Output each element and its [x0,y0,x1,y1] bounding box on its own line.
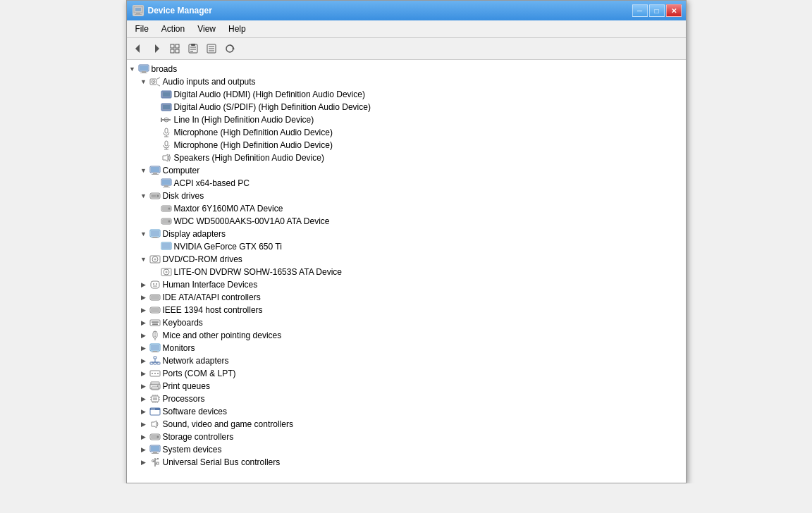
tree-item-storage[interactable]: ▶ Storage controllers [127,431,686,443]
tree-item-software[interactable]: ▶ Software devices [127,405,686,418]
expand-system-icon[interactable]: ▶ [138,444,149,455]
tree-item-processors[interactable]: ▶ Processors [127,393,686,405]
expand-mice-icon[interactable]: ▶ [138,330,149,341]
tree-item-ide[interactable]: ▶ IDE ATA/ATAPI controllers [127,291,686,304]
expand-ieee-icon[interactable]: ▶ [138,304,149,316]
expand-keyboards-icon[interactable]: ▶ [138,317,149,328]
expand-network-icon[interactable]: ▶ [138,355,149,366]
svg-rect-64 [153,237,157,237]
tree-item-network[interactable]: ▶ Network adapters [127,354,686,367]
expand-usb-icon[interactable]: ▶ [138,457,149,468]
svg-rect-83 [152,321,153,323]
svg-rect-23 [142,71,146,73]
tree-item-speakers[interactable]: Speakers (High Definition Audio Device) [127,152,686,164]
device-tree: ▼ broads ▼ [127,60,686,483]
svg-point-91 [154,335,156,337]
menu-action[interactable]: Action [156,22,190,36]
tree-item-usb[interactable]: ▶ Universal Serial Bus controllers [127,456,686,469]
tree-item-lite-on[interactable]: LITE-ON DVDRW SOHW-1653S ATA Device [127,266,686,278]
svg-point-58 [168,208,170,210]
svg-rect-8 [171,49,174,53]
tree-item-disk-drives[interactable]: ▼ Disk drives [127,190,686,202]
nvidia-label: NVIDIA GeForce GTX 650 Ti [174,242,282,252]
show-view-button[interactable] [166,40,183,57]
tree-item-monitors[interactable]: ▶ Monitors [127,342,686,354]
usb-label: Universal Serial Bus controllers [163,457,281,467]
svg-point-126 [152,409,154,410]
expand-software-icon[interactable]: ▶ [138,406,149,417]
svg-rect-134 [153,452,157,453]
svg-point-75 [153,283,154,285]
tree-item-maxtor[interactable]: Maxtor 6Y160M0 ATA Device [127,202,686,215]
minimize-button[interactable]: ─ [632,4,648,17]
device-manager-window: Device Manager ─ □ ✕ File Action View He… [126,0,687,483]
svg-marker-20 [232,47,235,49]
expand-print-icon[interactable]: ▶ [138,381,149,392]
tree-item-nvidia[interactable]: NVIDIA GeForce GTX 650 Ti [127,240,686,253]
forward-button[interactable] [148,40,165,57]
tree-item-sound[interactable]: ▶ Sound, video and game controllers [127,418,686,431]
svg-rect-94 [151,345,159,350]
tree-item-mic2[interactable]: Microphone (High Definition Audio Device… [127,139,686,152]
collapse-icon[interactable]: ▼ [127,63,138,75]
expand-ide-icon[interactable]: ▶ [138,292,149,303]
tree-item-line-in[interactable]: Line In (High Definition Audio Device) [127,113,686,126]
line-in-icon [161,114,172,125]
tree-item-acpi[interactable]: ACPI x64-based PC [127,177,686,190]
collapse-audio-icon[interactable]: ▼ [138,76,149,87]
tree-item-dvd[interactable]: ▼ DVD/CD-ROM drives [127,253,686,266]
collapse-disk-icon[interactable]: ▼ [138,190,149,202]
tree-item-ports[interactable]: ▶ Ports (COM & LPT) [127,367,686,380]
tree-item-keyboards[interactable]: ▶ Keyboards [127,316,686,329]
expand-sound-icon[interactable]: ▶ [138,419,149,430]
tree-item-system[interactable]: ▶ System devices [127,443,686,456]
computer-sm-icon [149,165,161,176]
back-button[interactable] [130,40,147,57]
system-icon [149,444,161,455]
tree-item-display[interactable]: ▼ Display adapters [127,228,686,240]
keyboard-icon [149,317,161,328]
svg-rect-37 [165,128,168,133]
maximize-button[interactable]: □ [649,4,665,17]
ide-icon [149,292,161,303]
tree-item-mice[interactable]: ▶ Mice and other pointing devices [127,329,686,342]
svg-rect-65 [152,237,159,238]
tree-item-computer[interactable]: ▼ Computer [127,164,686,177]
menu-file[interactable]: File [130,22,154,36]
properties-button[interactable] [185,40,202,57]
tree-item-wdc[interactable]: WDC WD5000AAKS-00V1A0 ATA Device [127,215,686,228]
menu-help[interactable]: Help [223,22,252,36]
hid-label: Human Interface Devices [163,280,258,290]
expand-storage-icon[interactable]: ▶ [138,431,149,443]
svg-rect-81 [151,308,159,312]
scan-button[interactable] [221,40,238,57]
update-driver-button[interactable] [203,40,220,57]
close-button[interactable]: ✕ [666,4,682,17]
expand-monitors-icon[interactable]: ▶ [138,342,149,354]
expand-processors-icon[interactable]: ▶ [138,393,149,404]
collapse-computer-icon[interactable]: ▼ [138,165,149,176]
menu-view[interactable]: View [192,22,221,36]
svg-marker-43 [163,154,168,161]
collapse-display-icon[interactable]: ▼ [138,228,149,240]
processors-icon [149,393,161,404]
tree-item-hid[interactable]: ▶ Human Interface Devices [127,278,686,291]
tree-item-audio[interactable]: ▼ Audio inputs and outputs [127,75,686,88]
wdc-icon [161,216,172,227]
svg-point-125 [151,409,152,410]
lite-on-icon [161,266,172,278]
tree-item-digital-spdif[interactable]: Digital Audio (S/PDIF) (High Definition … [127,101,686,113]
software-icon [149,406,161,417]
tree-item-mic1[interactable]: Microphone (High Definition Audio Device… [127,126,686,139]
tree-item-print[interactable]: ▶ Print queues [127,380,686,393]
svg-point-105 [154,373,156,374]
mice-icon [149,330,161,341]
tree-item-ieee[interactable]: ▶ IEEE 1394 host controllers [127,304,686,316]
tree-item-digital-hdmi[interactable]: Digital Audio (HDMI) (High Definition Au… [127,88,686,101]
tree-item-root[interactable]: ▼ broads [127,63,686,75]
expand-hid-icon[interactable]: ▶ [138,279,149,290]
monitors-label: Monitors [163,343,195,353]
expand-ports-icon[interactable]: ▶ [138,368,149,379]
collapse-dvd-icon[interactable]: ▼ [138,254,149,265]
speakers-label: Speakers (High Definition Audio Device) [174,153,324,163]
